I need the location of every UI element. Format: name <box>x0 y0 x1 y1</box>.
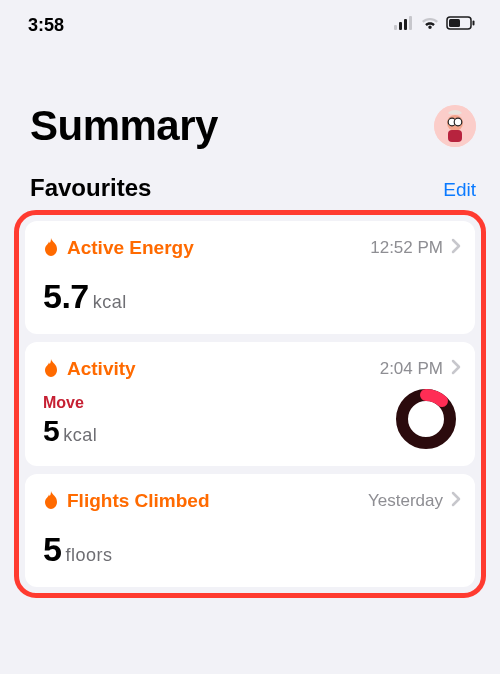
chevron-right-icon <box>451 491 461 511</box>
svg-rect-6 <box>473 21 475 26</box>
status-icons <box>394 16 476 34</box>
svg-rect-11 <box>448 130 462 142</box>
card-value: 5.7 <box>43 277 89 316</box>
card-time: 2:04 PM <box>380 359 443 379</box>
favourites-title: Favourites <box>30 174 151 202</box>
cellular-icon <box>394 16 414 34</box>
edit-button[interactable]: Edit <box>443 179 476 201</box>
card-title: Active Energy <box>67 237 194 259</box>
svg-point-10 <box>454 118 462 126</box>
svg-rect-5 <box>449 19 460 27</box>
status-bar: 3:58 <box>0 0 500 44</box>
card-value: 5 <box>43 414 59 448</box>
status-time: 3:58 <box>28 15 64 36</box>
flame-icon <box>43 238 59 258</box>
card-time: 12:52 PM <box>370 238 443 258</box>
card-value: 5 <box>43 530 61 569</box>
card-time: Yesterday <box>368 491 443 511</box>
flame-icon <box>43 491 59 511</box>
flame-icon <box>43 359 59 379</box>
favourites-cards-highlight: Active Energy 12:52 PM 5.7kcal Activity <box>14 210 486 598</box>
chevron-right-icon <box>451 359 461 379</box>
svg-rect-3 <box>409 16 412 30</box>
card-active-energy[interactable]: Active Energy 12:52 PM 5.7kcal <box>25 221 475 334</box>
battery-icon <box>446 16 476 34</box>
card-unit: kcal <box>93 292 127 312</box>
svg-rect-1 <box>399 22 402 30</box>
wifi-icon <box>420 16 440 34</box>
svg-rect-2 <box>404 19 407 30</box>
card-activity[interactable]: Activity 2:04 PM Move 5kcal <box>25 342 475 466</box>
card-flights-climbed[interactable]: Flights Climbed Yesterday 5floors <box>25 474 475 587</box>
favourites-header: Favourites Edit <box>0 174 500 210</box>
svg-rect-0 <box>394 25 397 30</box>
card-unit: floors <box>65 545 112 565</box>
card-unit: kcal <box>63 425 97 445</box>
card-title: Flights Climbed <box>67 490 210 512</box>
chevron-right-icon <box>451 238 461 258</box>
header-row: Summary <box>0 44 500 174</box>
card-title: Activity <box>67 358 136 380</box>
page-title: Summary <box>30 102 218 150</box>
activity-ring-icon <box>395 388 457 450</box>
avatar[interactable] <box>434 105 476 147</box>
